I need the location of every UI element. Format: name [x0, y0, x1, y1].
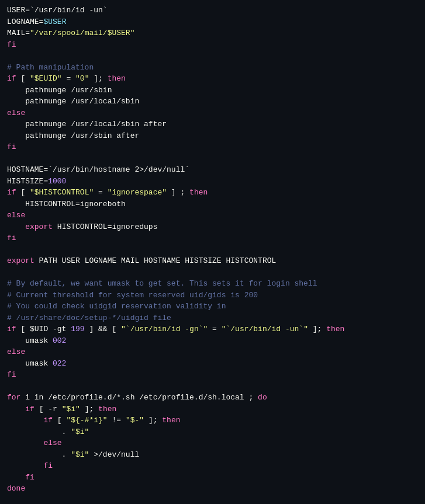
code-line: # Path manipulation	[7, 62, 418, 74]
code-line: if [ "$HISTCONTROL" = "ignorespace" ] ; …	[7, 187, 418, 199]
code-line: pathmunge /usr/local/sbin after	[7, 119, 418, 130]
code-line: HOSTNAME=`/usr/bin/hostname 2>/dev/null`	[7, 164, 418, 176]
code-line: if [ -r "$i" ]; then	[7, 404, 418, 415]
code-line: else	[7, 210, 418, 221]
code-line: fi	[7, 472, 418, 484]
code-line: HISTCONTROL=ignoreboth	[7, 199, 418, 210]
code-line: pathmunge /usr/sbin	[7, 85, 418, 96]
code-line: . "$i" >/dev/null	[7, 449, 418, 461]
code-line	[7, 153, 418, 165]
code-container: USER=`/usr/bin/id -un` LOGNAME=$USER MAI…	[0, 0, 425, 504]
code-line: . "$i"	[7, 426, 418, 438]
code-line: HISTSIZE=1000	[7, 176, 418, 187]
code-line: LOGNAME=$USER	[7, 16, 418, 28]
code-line: if [ "${-#*i}" != "$-" ]; then	[7, 415, 418, 426]
code-line	[7, 244, 418, 256]
code-line: export HISTCONTROL=ignoredups	[7, 221, 418, 233]
code-line: # Current threshold for system reserved …	[7, 290, 418, 301]
code-line: MAIL="/var/spool/mail/$USER"	[7, 27, 418, 39]
code-line: # By default, we want umask to get set. …	[7, 278, 418, 290]
code-line: fi	[7, 141, 418, 153]
code-line: done	[7, 483, 418, 495]
code-line: pathmunge /usr/sbin after	[7, 130, 418, 142]
code-line: # You could check uidgid reservation val…	[7, 301, 418, 312]
code-line: fi	[7, 460, 418, 472]
code-line: fi	[7, 232, 418, 244]
code-line: export PATH USER LOGNAME MAIL HOSTNAME H…	[7, 255, 418, 267]
code-line: else	[7, 346, 418, 358]
code-line: fi	[7, 369, 418, 381]
code-line: pathmunge /usr/local/sbin	[7, 96, 418, 107]
code-line: umask 022	[7, 358, 418, 370]
code-line	[7, 495, 418, 505]
code-line: if [ "$EUID" = "0" ]; then	[7, 73, 418, 85]
code-line	[7, 381, 418, 392]
code-line	[7, 50, 418, 62]
code-line: # /usr/share/doc/setup-*/uidgid file	[7, 312, 418, 324]
code-line: for i in /etc/profile.d/*.sh /etc/profil…	[7, 392, 418, 404]
code-line: umask 002	[7, 335, 418, 347]
code-line: else	[7, 437, 418, 449]
code-line	[7, 267, 418, 279]
code-line: if [ $UID -gt 199 ] && [ "`/usr/bin/id -…	[7, 324, 418, 335]
code-line: fi	[7, 39, 418, 51]
code-line: USER=`/usr/bin/id -un`	[7, 5, 418, 16]
code-line: else	[7, 107, 418, 119]
